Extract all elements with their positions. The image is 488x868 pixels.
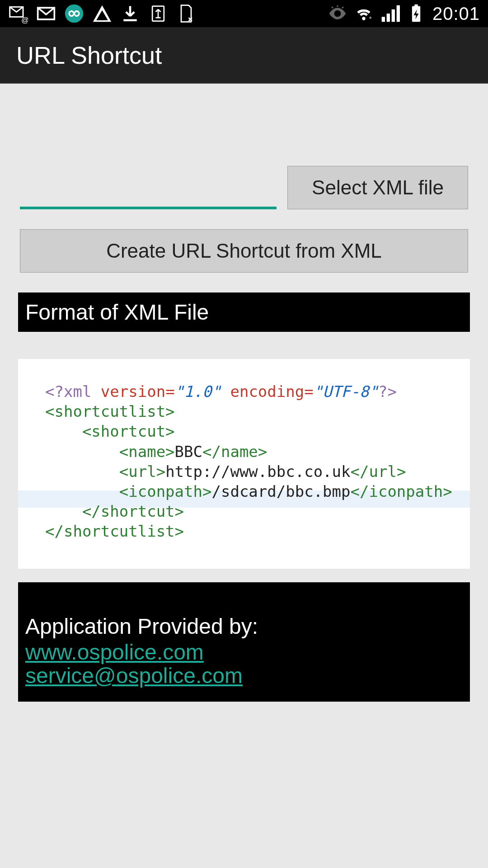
download-icon [120,4,140,24]
warning-icon [92,4,112,24]
gmail-icon [36,4,56,24]
wifi-icon [354,4,374,24]
svg-rect-4 [101,14,103,18]
xml-path-input[interactable] [20,178,277,209]
sim-error-icon [176,4,196,24]
status-time: 20:01 [432,4,480,24]
xml-example-code: <?xml version="1.0" encoding="UTF-8"?> <… [45,382,443,542]
infinity-icon [64,4,84,24]
status-bar: @ 20:01 [0,0,488,27]
mail-compose-icon: @ [8,4,28,24]
create-shortcut-button[interactable]: Create URL Shortcut from XML [20,229,468,273]
footer-website-link[interactable]: www.ospolice.com [25,641,463,665]
eye-icon [328,4,347,24]
select-xml-button[interactable]: Select XML file [287,166,468,209]
footer-provided-by: Application Provided by: [25,614,463,639]
status-right: 20:01 [328,4,480,24]
signal-icon [380,4,400,24]
main-card: Select XML file Create URL Shortcut from… [10,94,478,702]
file-select-row: Select XML file [10,94,478,209]
xml-example-block: <?xml version="1.0" encoding="UTF-8"?> <… [18,359,470,569]
page-title: URL Shortcut [16,41,162,69]
action-bar: URL Shortcut [0,27,488,84]
svg-rect-8 [414,5,418,7]
content-area: Select XML file Create URL Shortcut from… [0,84,488,712]
status-left: @ [8,4,196,24]
usb-icon [148,4,168,24]
section-format-title: Format of XML File [18,292,470,332]
footer-box: Application Provided by: www.ospolice.co… [18,582,470,702]
svg-text:@: @ [21,16,28,24]
svg-rect-5 [101,19,103,20]
footer-email-link[interactable]: service@ospolice.com [25,664,463,688]
battery-charging-icon [406,4,426,24]
